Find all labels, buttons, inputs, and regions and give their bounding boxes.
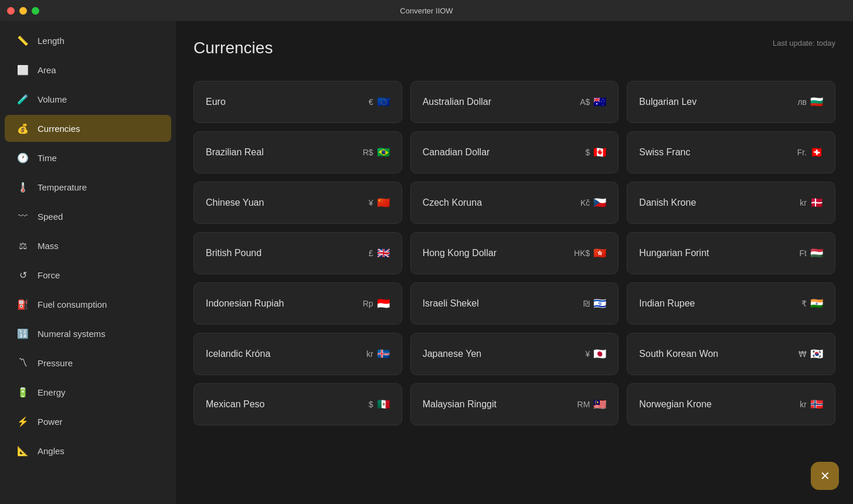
currency-name: Hong Kong Dollar [423,248,497,258]
currency-name: Israeli Shekel [423,298,479,309]
currency-name: Swiss Franc [639,147,690,158]
currency-card[interactable]: Euro€🇪🇺 [193,81,402,123]
currency-card[interactable]: Brazilian RealR$🇧🇷 [193,131,402,173]
sidebar-item-mass[interactable]: ⚖Mass [5,232,171,259]
volume-icon: 🧪 [16,93,29,105]
currency-card[interactable]: Hungarian ForintFt🇭🇺 [627,232,835,274]
currency-symbol: A$ [580,97,590,107]
currency-symbol: лв [797,97,807,107]
currency-card[interactable]: Indonesian RupiahRp🇮🇩 [193,282,402,325]
currency-flag: 🇳🇴 [810,398,823,411]
window-controls[interactable] [7,7,39,15]
currency-symbol-flag: Fr.🇨🇭 [797,146,823,159]
minimize-button[interactable] [19,7,27,15]
currency-symbol: Fr. [797,148,807,157]
currency-symbol: RM [577,400,590,409]
currency-card[interactable]: Japanese Yen¥🇯🇵 [410,333,619,375]
currency-symbol: ¥ [369,198,373,207]
currency-card[interactable]: Mexican Peso$🇲🇽 [193,383,402,425]
sidebar-label-currencies: Currencies [38,124,80,134]
currency-grid: Euro€🇪🇺Australian DollarA$🇦🇺Bulgarian Le… [193,81,835,425]
currency-card[interactable]: Danish Kronekr🇩🇰 [627,182,835,224]
currency-name: Brazilian Real [206,147,264,158]
close-fab[interactable]: ✕ [811,462,839,490]
sidebar-item-force[interactable]: ↺Force [5,261,171,288]
sidebar-item-fuel[interactable]: ⛽Fuel consumption [5,291,171,318]
sidebar-label-time: Time [38,153,57,163]
area-icon: ⬜ [16,63,29,76]
sidebar-item-power[interactable]: ⚡Power [5,408,171,435]
length-icon: 📏 [16,34,29,47]
sidebar-item-volume[interactable]: 🧪Volume [5,86,171,113]
sidebar-label-numeral: Numeral systems [38,329,106,339]
currency-symbol-flag: ¥🇯🇵 [586,348,607,360]
maximize-button[interactable] [32,7,39,15]
currency-flag: 🇧🇷 [377,146,390,159]
currency-card[interactable]: Canadian Dollar$🇨🇦 [410,131,619,173]
sidebar-label-temperature: Temperature [38,182,87,192]
currency-symbol-flag: Rp🇮🇩 [363,297,390,310]
currency-flag: 🇦🇺 [593,96,606,108]
currency-name: Bulgarian Lev [639,97,696,107]
currency-card[interactable]: South Korean Won₩🇰🇷 [627,333,835,375]
sidebar-item-length[interactable]: 📏Length [5,27,171,54]
currency-symbol: R$ [363,148,373,157]
currency-card[interactable]: Australian DollarA$🇦🇺 [410,81,619,123]
currency-symbol: ¥ [586,349,590,359]
currency-card[interactable]: Indian Rupee₹🇮🇳 [627,282,835,325]
sidebar-item-speed[interactable]: 〰Speed [5,203,171,230]
currency-card[interactable]: British Pound£🇬🇧 [193,232,402,274]
currency-symbol-flag: ₪🇮🇱 [583,297,606,310]
currency-symbol-flag: £🇬🇧 [369,247,390,260]
sidebar-item-energy[interactable]: 🔋Energy [5,379,171,406]
sidebar-item-pressure[interactable]: 〽Pressure [5,349,171,376]
window-title: Converter IIOW [400,6,453,15]
titlebar: Converter IIOW [0,0,853,21]
sidebar-item-area[interactable]: ⬜Area [5,56,171,83]
currency-card[interactable]: Malaysian RinggitRM🇲🇾 [410,383,619,425]
currency-name: Canadian Dollar [423,147,490,158]
currency-card[interactable]: Israeli Shekel₪🇮🇱 [410,282,619,325]
sidebar-item-currencies[interactable]: 💰Currencies [5,115,171,142]
currency-card[interactable]: Swiss FrancFr.🇨🇭 [627,131,835,173]
sidebar-label-force: Force [38,270,60,280]
currency-name: Malaysian Ringgit [423,399,497,410]
currency-flag: 🇩🇰 [810,196,823,209]
currency-flag: 🇭🇰 [593,247,606,260]
currency-card[interactable]: Bulgarian Levлв🇧🇬 [627,81,835,123]
currency-card[interactable]: Icelandic Krónakr🇮🇸 [193,333,402,375]
main-content: Currencies Last update: today Euro€🇪🇺Aus… [176,21,853,504]
energy-icon: 🔋 [16,386,29,399]
sidebar-item-angles[interactable]: 📐Angles [5,437,171,464]
fuel-icon: ⛽ [16,298,29,311]
currency-symbol: Ft [800,248,807,258]
currency-flag: 🇲🇽 [377,398,390,411]
currency-symbol: Kč [580,198,590,207]
currency-card[interactable]: Chinese Yuan¥🇨🇳 [193,182,402,224]
currency-flag: 🇯🇵 [593,348,606,360]
currency-flag: 🇨🇦 [593,146,606,159]
sidebar-item-numeral[interactable]: 🔢Numeral systems [5,320,171,347]
currency-card[interactable]: Hong Kong DollarHK$🇭🇰 [410,232,619,274]
currency-symbol: ₩ [798,349,807,359]
sidebar-item-temperature[interactable]: 🌡️Temperature [5,173,171,200]
currency-symbol: Rp [363,299,373,308]
currency-name: Danish Krone [639,197,696,208]
currency-symbol-flag: Kč🇨🇿 [580,196,606,209]
currency-symbol-flag: ₹🇮🇳 [801,297,823,310]
currency-card[interactable]: Norwegian Kronekr🇳🇴 [627,383,835,425]
close-button[interactable] [7,7,15,15]
currencies-icon: 💰 [16,122,29,135]
currency-symbol: £ [369,248,373,258]
currency-symbol-flag: kr🇮🇸 [366,348,390,360]
currency-symbol: kr [800,400,807,409]
app-body: 📏Length⬜Area🧪Volume💰Currencies🕐Time🌡️Tem… [0,21,853,504]
currency-symbol-flag: HK$🇭🇰 [574,247,606,260]
currency-symbol-flag: лв🇧🇬 [797,96,823,108]
currency-symbol-flag: R$🇧🇷 [363,146,390,159]
sidebar-label-volume: Volume [38,94,67,104]
close-fab-icon: ✕ [820,469,830,483]
sidebar-item-time[interactable]: 🕐Time [5,144,171,171]
currency-card[interactable]: Czech KorunaKč🇨🇿 [410,182,619,224]
currency-symbol-flag: $🇨🇦 [586,146,607,159]
